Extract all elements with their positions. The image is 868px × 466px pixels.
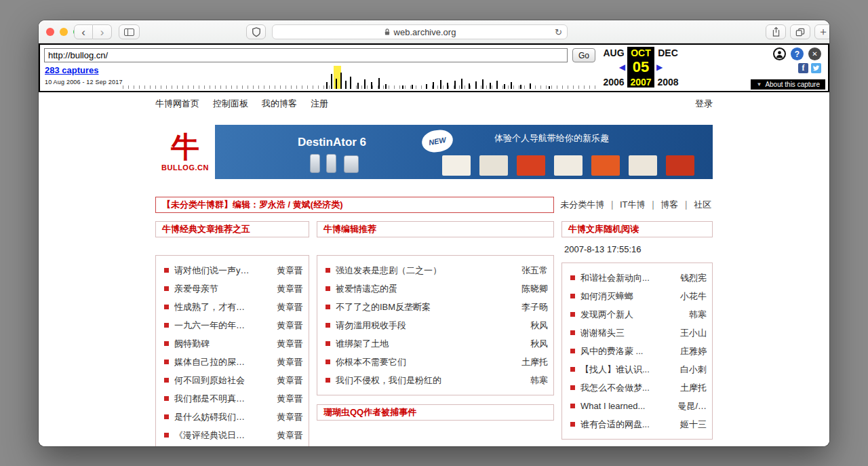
article-row[interactable]: 不了了之的IBM反垄断案 李子旸 xyxy=(323,298,548,316)
article-row[interactable]: 【找人】谁认识... 白小刺 xyxy=(568,360,707,378)
article-author[interactable]: 黄章晋 xyxy=(277,283,303,295)
article-row[interactable]: 谢谢猪头三 王小山 xyxy=(568,324,707,342)
article-row[interactable]: 阙特勤碑 黄章晋 xyxy=(161,334,303,353)
article-title[interactable]: 被爱情遗忘的蛋 xyxy=(336,283,516,295)
article-row[interactable]: 《漫评经典说日… 黄章晋 xyxy=(161,426,303,444)
article-row[interactable]: 谁绑架了土地 秋风 xyxy=(323,334,548,353)
article-row[interactable]: 风中的费洛蒙 ... 庄雅婷 xyxy=(568,342,707,360)
article-title[interactable]: 不了了之的IBM反垄断案 xyxy=(336,301,516,313)
next-capture-arrow[interactable]: ▶ xyxy=(654,58,682,76)
share-button[interactable] xyxy=(766,24,786,39)
article-author[interactable]: 土摩托 xyxy=(521,356,548,368)
category-link[interactable]: IT牛博 xyxy=(604,199,645,211)
article-title[interactable]: 请对他们说一声y… xyxy=(174,265,271,277)
next-month[interactable]: DEC xyxy=(654,47,682,58)
article-row[interactable]: 我怎么不会做梦... 土摩托 xyxy=(568,378,707,397)
help-icon[interactable]: ? xyxy=(791,47,804,60)
article-title[interactable]: 阙特勤碑 xyxy=(174,338,271,350)
article-title[interactable]: 请勿滥用税收手段 xyxy=(336,319,525,332)
article-author[interactable]: 秋风 xyxy=(530,338,548,350)
article-title[interactable]: 性成熟了，才有… xyxy=(174,301,271,313)
privacy-shield-button[interactable] xyxy=(246,24,266,39)
article-title[interactable]: What I learned... xyxy=(580,401,672,411)
article-author[interactable]: 黄章晋 xyxy=(277,265,303,277)
article-author[interactable]: 庄雅婷 xyxy=(680,345,707,357)
article-row[interactable]: 被爱情遗忘的蛋 陈晓卿 xyxy=(323,279,548,298)
prev-month[interactable]: AUG xyxy=(600,47,627,58)
article-author[interactable]: 李子旸 xyxy=(521,301,548,313)
article-row[interactable]: 强迫发表是悲剧（二之一） 张五常 xyxy=(323,261,548,279)
article-author[interactable]: 张五常 xyxy=(521,265,548,277)
article-author[interactable]: 黄章晋 xyxy=(277,301,303,313)
next-year[interactable]: 2008 xyxy=(654,76,682,88)
nav-link[interactable]: 注册 xyxy=(311,98,328,110)
article-author[interactable]: 黄章晋 xyxy=(277,429,303,442)
tab-overview-button[interactable] xyxy=(790,24,810,39)
article-title[interactable]: 你根本不需要它们 xyxy=(336,356,516,368)
article-title[interactable]: 强迫发表是悲剧（二之一） xyxy=(336,265,516,277)
article-author[interactable]: 黄章晋 xyxy=(277,338,303,350)
twitter-icon[interactable] xyxy=(811,63,821,73)
article-row[interactable]: 发现两个新人 韩寒 xyxy=(568,305,707,324)
article-row[interactable]: 和谐社会新动向... 钱烈宪 xyxy=(568,269,707,287)
article-row[interactable]: What I learned... 曼昆/… xyxy=(568,397,707,415)
article-row[interactable]: 谁有合适的网盘... 姬十三 xyxy=(568,415,707,433)
new-tab-button[interactable]: ＋ xyxy=(814,24,829,39)
article-title[interactable]: 一九六一年的年… xyxy=(174,319,271,332)
article-row[interactable]: 如何消灭蟑螂 小花牛 xyxy=(568,287,707,305)
article-title[interactable]: 如何消灭蟑螂 xyxy=(580,290,675,303)
address-bar[interactable]: web.archive.org ↻ xyxy=(272,24,568,39)
article-author[interactable]: 韩寒 xyxy=(689,309,707,321)
article-row[interactable]: 媒体自己拉的屎… 黄章晋 xyxy=(161,353,303,371)
article-author[interactable]: 陈晓卿 xyxy=(521,283,548,295)
article-title[interactable]: 和谐社会新动向... xyxy=(580,272,675,284)
article-author[interactable]: 黄章晋 xyxy=(277,374,303,387)
banner-ad[interactable]: DestinAtor 6 NEW 体验个人导航带给你的新乐趣 xyxy=(215,125,713,179)
article-title[interactable]: 我们都是不明真… xyxy=(174,393,271,405)
nav-link[interactable]: 我的博客 xyxy=(262,98,297,110)
article-row[interactable]: 请勿滥用税收手段 秋风 xyxy=(323,316,548,334)
minimize-window-button[interactable] xyxy=(60,28,68,36)
article-author[interactable]: 韩寒 xyxy=(530,374,548,387)
category-link[interactable]: 社区 xyxy=(678,199,711,211)
article-author[interactable]: 黄章晋 xyxy=(277,356,303,368)
go-button[interactable]: Go xyxy=(572,48,595,62)
close-window-button[interactable] xyxy=(46,28,54,36)
article-title[interactable]: 是什么妨碍我们… xyxy=(174,411,271,423)
article-author[interactable]: 黄章晋 xyxy=(277,393,303,405)
article-row[interactable]: 你根本不需要它们 土摩托 xyxy=(323,353,548,371)
article-author[interactable]: 姬十三 xyxy=(680,419,707,431)
forward-button[interactable]: › xyxy=(93,24,112,39)
article-title[interactable]: 亲爱母亲节 xyxy=(174,283,271,295)
article-title[interactable]: 谢谢猪头三 xyxy=(580,327,675,339)
close-toolbar-icon[interactable]: ✕ xyxy=(808,47,821,60)
article-author[interactable]: 白小刺 xyxy=(680,364,707,376)
article-row[interactable]: 我们不侵权，我们是粉红的 韩寒 xyxy=(323,371,548,389)
article-author[interactable]: 曼昆/… xyxy=(677,400,707,412)
article-author[interactable]: 土摩托 xyxy=(680,382,707,394)
wayback-url-input[interactable] xyxy=(44,48,568,62)
article-author[interactable]: 秋风 xyxy=(530,319,548,332)
article-row[interactable]: 亲爱母亲节 黄章晋 xyxy=(161,279,303,298)
article-title[interactable]: 谁绑架了土地 xyxy=(336,338,525,350)
profile-icon[interactable] xyxy=(773,47,786,60)
article-author[interactable]: 钱烈宪 xyxy=(680,272,707,284)
article-title[interactable]: 何不回到原始社会 xyxy=(174,374,271,387)
article-row[interactable]: 何不回到原始社会 黄章晋 xyxy=(161,371,303,389)
login-link[interactable]: 登录 xyxy=(695,98,713,110)
article-title[interactable]: 《漫评经典说日… xyxy=(174,429,271,442)
article-author[interactable]: 王小山 xyxy=(680,327,707,339)
article-author[interactable]: 黄章晋 xyxy=(277,319,303,332)
category-link[interactable]: 博客 xyxy=(646,199,679,211)
nav-link[interactable]: 控制面板 xyxy=(213,98,248,110)
article-title[interactable]: 风中的费洛蒙 ... xyxy=(580,345,675,357)
category-link[interactable]: 未分类牛博 xyxy=(560,199,604,211)
nav-link[interactable]: 牛博网首页 xyxy=(155,98,199,110)
article-title[interactable]: 媒体自己拉的屎… xyxy=(174,356,271,368)
article-row[interactable]: 请对他们说一声y… 黄章晋 xyxy=(161,261,303,279)
prev-year[interactable]: 2006 xyxy=(600,76,627,88)
article-author[interactable]: 黄章晋 xyxy=(277,411,303,423)
article-row[interactable]: 一九六一年的年… 黄章晋 xyxy=(161,316,303,334)
capture-timeline[interactable] xyxy=(123,66,596,89)
article-title[interactable]: 我怎么不会做梦... xyxy=(580,382,675,394)
